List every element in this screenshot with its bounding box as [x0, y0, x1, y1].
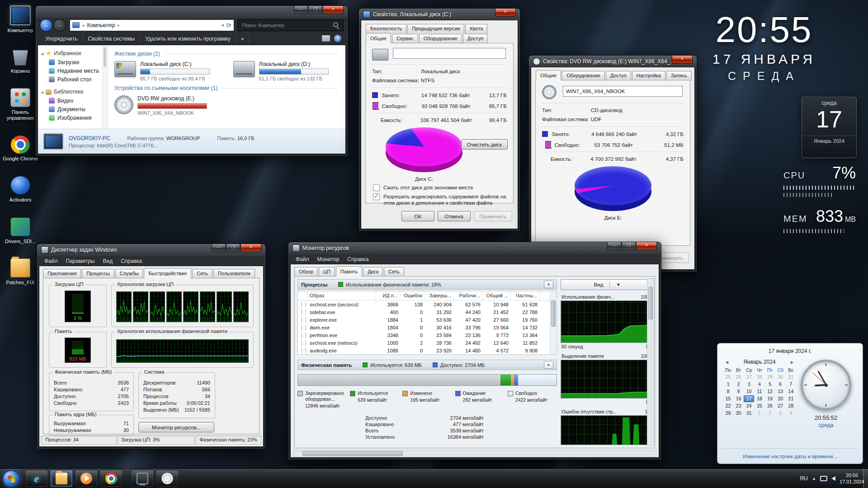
dialog-titlebar[interactable]: Свойства: DVD RW дисковод (E:) WIN7_X86_… [529, 56, 697, 67]
tab[interactable]: Доступ [463, 34, 488, 43]
process-row[interactable]: sidebar.exe4000 31 29244 24021 452 22 78… [298, 308, 550, 316]
column-header[interactable]: Частны... [510, 291, 539, 300]
address-bar[interactable]: ▸ Компьютер ▸ ▾ ⟳ [70, 19, 234, 31]
calendar-day[interactable]: 16 [733, 395, 744, 402]
calendar-day[interactable]: 25 [754, 403, 764, 409]
calendar-day[interactable]: 24 [744, 403, 754, 409]
calendar-day[interactable]: 26 [733, 374, 744, 380]
view-dropdown-button[interactable]: Вид ▼ [561, 279, 654, 290]
tab[interactable]: Процессы [82, 269, 114, 278]
horizontal-scrollbar[interactable] [293, 450, 656, 457]
close-button[interactable]: ✕ [323, 6, 344, 14]
toolbar-button[interactable]: Удалить или изменить программу [140, 34, 236, 43]
physical-memory-section-header[interactable]: Физическая память Используется: 639 МБ Д… [297, 360, 557, 370]
tab[interactable]: Оборудование [419, 34, 462, 43]
tray-expand-icon[interactable]: ▲ [812, 476, 816, 481]
taskbar-app-button[interactable] [50, 470, 73, 487]
process-checkbox[interactable] [302, 333, 306, 338]
address-dropdown-icon[interactable]: ▾ [222, 23, 224, 28]
menu-item[interactable]: Файл [292, 255, 313, 263]
dialog-titlebar[interactable]: Свойства: Локальный диск (C:) ✕ [359, 9, 520, 20]
minimize-button[interactable]: — [212, 244, 226, 252]
calendar-day[interactable]: 3 [744, 381, 754, 388]
calendar-day[interactable]: 27 [775, 403, 786, 409]
tab[interactable]: Доступ [606, 71, 631, 80]
process-row[interactable]: audiodg.exe10880 23 92014 4804 572 9 908 [298, 347, 550, 354]
show-desktop-button[interactable] [863, 469, 868, 488]
calendar-day[interactable]: 30 [775, 374, 786, 380]
calendar-day[interactable]: 15 [723, 395, 733, 402]
search-input[interactable]: Поиск: Компьютер [238, 19, 344, 31]
apply-button[interactable]: Применить [474, 211, 512, 221]
calendar-day[interactable]: 20 [775, 395, 786, 402]
sidebar-scrollbar[interactable] [102, 45, 108, 129]
calendar-day[interactable]: 28 [754, 374, 764, 380]
tab[interactable]: Быстродействие [144, 268, 191, 278]
tab[interactable]: Оборудование [562, 71, 605, 80]
calendar-day[interactable]: 12 [765, 388, 775, 395]
calendar-day[interactable]: 11 [754, 388, 764, 395]
calendar-day[interactable]: 2 [765, 410, 775, 417]
drive-c-item[interactable]: Локальный диск (C:) 85,7 ГБ свободно из … [114, 61, 220, 81]
calendar-day[interactable]: 6 [775, 381, 786, 388]
calendar-day[interactable]: 17 [744, 395, 754, 402]
calendar-day[interactable]: 29 [765, 374, 775, 380]
tab[interactable]: Предыдущие версии [407, 24, 464, 33]
minimize-button[interactable]: — [294, 6, 308, 14]
process-row[interactable]: perfmon.exe33480 23 58422 1369 772 13 36… [298, 331, 550, 339]
close-button[interactable]: ✕ [672, 56, 693, 64]
process-checkbox[interactable] [302, 310, 306, 315]
sidebar-item[interactable]: Загрузки [38, 58, 102, 66]
calendar-day[interactable]: 10 [744, 388, 754, 395]
calendar-day[interactable]: 21 [786, 395, 796, 402]
expander-icon[interactable]: ◢ [41, 90, 43, 94]
menu-item[interactable]: Справка [117, 257, 146, 265]
calendar-gadget[interactable]: среда 17 Январь 2024 [802, 97, 857, 158]
disk-cleanup-button[interactable]: Очистить диск [461, 139, 508, 150]
compress-checkbox[interactable] [373, 184, 380, 191]
column-header[interactable]: Рабочи... [453, 291, 482, 300]
process-checkbox[interactable] [302, 317, 306, 323]
tab[interactable]: Квота [465, 24, 487, 33]
tab[interactable]: Сервис [392, 34, 418, 43]
tab[interactable]: Общие [536, 70, 561, 80]
expander-icon[interactable]: ◢ [41, 52, 43, 56]
calendar-day[interactable]: 2 [733, 381, 744, 388]
toolbar-button[interactable]: Упорядочить [40, 34, 83, 43]
menu-item[interactable]: Файл [40, 257, 62, 265]
tab[interactable]: Сеть [192, 269, 212, 278]
sidebar-group-favorites[interactable]: ◢ Избранное [38, 49, 102, 58]
menu-item[interactable]: Монитор [313, 255, 344, 263]
desktop-icon[interactable]: Корзина [1, 48, 40, 74]
calendar-day[interactable]: 4 [786, 410, 796, 417]
sidebar-item[interactable]: Документы [38, 105, 102, 113]
language-indicator[interactable]: RU [800, 475, 808, 482]
calendar-day[interactable]: 31 [744, 410, 754, 417]
tab[interactable]: Приложения [43, 269, 81, 278]
desktop-icon[interactable]: Панель управления [1, 88, 40, 121]
process-checkbox[interactable] [302, 348, 306, 353]
close-button[interactable]: ✕ [636, 242, 657, 250]
tab[interactable]: Сеть [384, 267, 404, 277]
sidebar-item[interactable]: Видео [38, 96, 102, 105]
volume-tray-icon[interactable] [831, 476, 835, 481]
ok-button[interactable]: ОК [401, 211, 434, 221]
taskbar-app-button[interactable] [156, 470, 179, 487]
resource-monitor-titlebar[interactable]: Монитор ресурсов — ❐ ✕ [288, 242, 661, 254]
process-checkbox[interactable] [302, 325, 306, 330]
calendar-day[interactable]: 23 [733, 403, 744, 409]
taskbar-app-button[interactable] [131, 470, 154, 487]
calendar-day[interactable]: 27 [744, 374, 754, 380]
tab[interactable]: Службы [115, 269, 143, 278]
calendar-day[interactable]: 9 [733, 388, 744, 395]
calendar-day[interactable]: 22 [723, 403, 733, 409]
tab[interactable]: Настройка [632, 71, 665, 80]
taskbar-app-button[interactable] [25, 470, 48, 487]
column-header[interactable]: Ошибок [400, 291, 425, 300]
maximize-button[interactable]: ❐ [226, 244, 240, 252]
close-button[interactable]: ✕ [495, 9, 516, 17]
calendar-day[interactable]: 13 [775, 388, 786, 395]
task-manager-titlebar[interactable]: Диспетчер задач Windows — ❐ ✕ [37, 244, 265, 256]
process-row[interactable]: dwm.exe18040 30 41633 79619 064 14 732 [298, 324, 550, 331]
desktop-icon[interactable]: Компьютер [1, 5, 40, 33]
